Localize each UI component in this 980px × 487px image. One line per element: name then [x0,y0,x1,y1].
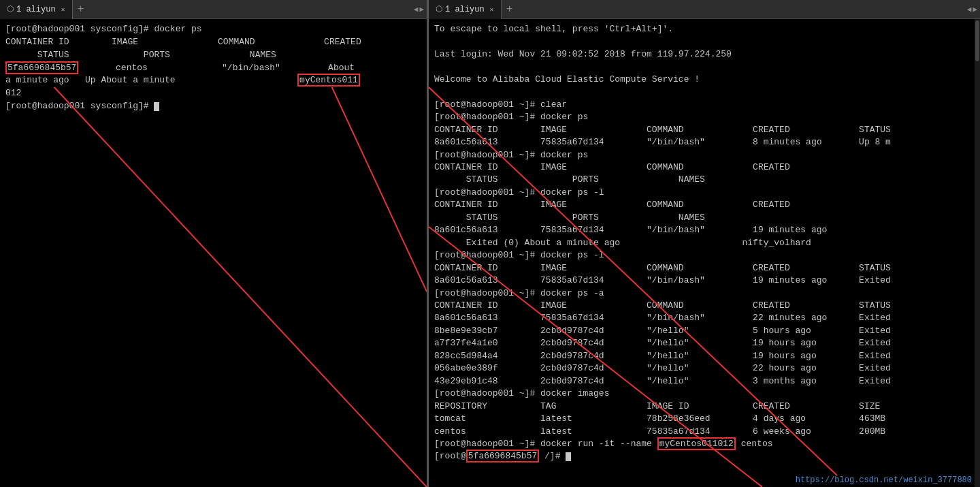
right-line-header2a: CONTAINER ID IMAGE COMMAND CREATED [434,161,975,174]
right-line-final: [root@5fa6696845b57 /]# [434,450,975,462]
cursor-left [154,102,159,111]
right-line-row3: 8a601c56a613 75835a67d134 "/bin/bash" 19… [434,274,975,287]
cursor-right [566,452,571,461]
right-line-blank1 [434,35,975,48]
left-line-1: [root@hadoop001 sysconfig]# docker ps [5,23,421,36]
close-icon-left[interactable]: ✕ [61,5,65,14]
right-line-dockerps1: [root@hadoop001 ~]# docker ps [434,111,975,123]
add-tab-left[interactable]: + [73,0,89,19]
right-line-header2b: STATUS PORTS NAMES [434,174,975,186]
right-line-header3a: CONTAINER ID IMAGE COMMAND CREATED [434,199,975,211]
right-line-row2a: 8a601c56a613 75835a67d134 "/bin/bash" 19… [434,224,975,236]
right-arrow-next[interactable]: ▶ [973,5,977,14]
container-name-right-highlight: myCentos011012 [657,437,736,450]
right-line-row4: 8a601c56a613 75835a67d134 "/bin/bash" 22… [434,312,975,324]
right-scrollbar[interactable] [975,19,980,487]
right-line-dockerimages: [root@hadoop001 ~]# docker images [434,388,975,400]
right-line-row6: a7f37fe4a1e0 2cb0d9787c4d "/hello" 19 ho… [434,337,975,349]
right-tab-label: 1 aliyun [445,5,485,14]
right-line-img2: centos latest 75835a67d134 6 weeks ago 2… [434,426,975,438]
right-line-login: Last login: Wed Nov 21 09:02:52 2018 fro… [434,48,975,61]
terminal-icon-left: ⬡ [7,4,14,14]
left-line-7: [root@hadoop001 sysconfig]# [5,100,421,113]
right-line-row2b: Exited (0) About a minute ago nifty_volh… [434,237,975,249]
right-line-row8: 056abe0e389f 2cb0d9787c4d "/hello" 22 ho… [434,362,975,375]
add-tab-right[interactable]: + [502,0,518,19]
url-bar: https://blog.csdn.net/weixin_3777880 [793,474,975,487]
right-line-row5: 8be8e9e39cb7 2cb0d9787c4d "/hello" 5 hou… [434,325,975,337]
right-line-dockerps2: [root@hadoop001 ~]# docker ps [434,149,975,161]
left-line-5: a minute ago Up About a minute myCentos0… [5,74,421,87]
right-line-dockerpsl2: [root@hadoop001 ~]# docker ps -l [434,249,975,262]
right-line-dockerrun: [root@hadoop001 ~]# docker run -it --nam… [434,438,975,450]
right-nav-arrows: ◀ ▶ [964,5,980,14]
left-arrow-prev[interactable]: ◀ [414,5,419,14]
terminal-icon-right: ⬡ [436,4,442,14]
right-line-blank2 [434,61,975,73]
container-id-left-highlight: 5fa6696845b57 [5,61,78,74]
right-line-welcome2: Welcome to Alibaba Cloud Elastic Compute… [434,74,975,86]
right-line-dockerpsl1: [root@hadoop001 ~]# docker ps -l [434,187,975,199]
left-line-2: CONTAINER ID IMAGE COMMAND CREATED [5,36,421,49]
right-line-img1: tomcat latest 78b258e36eed 4 days ago 46… [434,413,975,425]
right-terminal-panel: To escape to local shell, press 'Ctrl+Al… [429,19,980,487]
left-line-6: 012 [5,87,421,100]
right-line-row7: 828cc5d984a4 2cb0d9787c4d "/hello" 19 ho… [434,350,975,362]
right-line-row9: 43e29eb91c48 2cb0d9787c4d "/hello" 3 mon… [434,375,975,388]
left-line-3: STATUS PORTS NAMES [5,49,421,62]
right-line-row1: 8a601c56a613 75835a67d134 "/bin/bash" 8 … [434,136,975,148]
scrollbar-thumb[interactable] [975,20,979,61]
container-id-right-highlight: 5fa6696845b57 [466,450,539,462]
container-name-left-highlight: myCentos011 [297,74,360,87]
right-line-dockerpsa: [root@hadoop001 ~]# docker ps -a [434,287,975,300]
left-tab-label: 1 aliyun [16,5,56,14]
svg-line-1 [332,87,427,292]
svg-line-0 [54,87,427,487]
right-line-header3b: STATUS PORTS NAMES [434,212,975,224]
right-line-header4: CONTAINER ID IMAGE COMMAND CREATED STATU… [434,262,975,274]
right-tab[interactable]: ⬡ 1 aliyun ✕ [429,0,502,19]
left-tab[interactable]: ⬡ 1 aliyun ✕ [0,0,73,19]
right-line-clear: [root@hadoop001 ~]# clear [434,99,975,111]
right-line-header1: CONTAINER ID IMAGE COMMAND CREATED STATU… [434,124,975,136]
left-arrow-next[interactable]: ▶ [419,5,424,14]
right-line-welcome1: To escape to local shell, press 'Ctrl+Al… [434,23,975,35]
right-line-blank3 [434,86,975,98]
close-icon-right[interactable]: ✕ [490,5,494,14]
right-arrow-prev[interactable]: ◀ [967,5,972,14]
left-nav-arrows: ◀ ▶ [411,5,427,14]
right-line-header5: CONTAINER ID IMAGE COMMAND CREATED STATU… [434,300,975,312]
left-terminal-panel: [root@hadoop001 sysconfig]# docker ps CO… [0,19,429,487]
left-line-4: 5fa6696845b57 centos "/bin/bash" About [5,62,421,75]
right-line-imgheader: REPOSITORY TAG IMAGE ID CREATED SIZE [434,400,975,413]
